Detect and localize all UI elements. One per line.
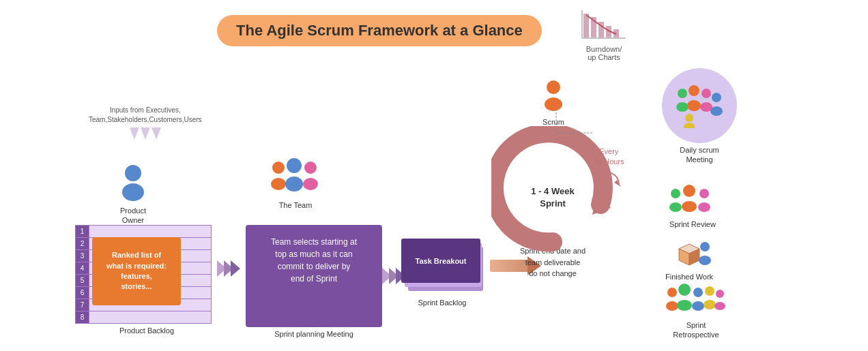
svg-point-29 — [685, 114, 693, 122]
finished-work-label: Finished Work — [665, 272, 713, 281]
sprint-review-icon — [665, 184, 720, 215]
daily-scrum-people-icon — [672, 84, 727, 128]
finished-work-icon — [665, 239, 713, 267]
svg-point-36 — [698, 202, 710, 212]
svg-point-15 — [547, 80, 560, 94]
sprint-backlog-area: Task Breakout Sprint Backlog — [401, 239, 483, 307]
stack-card-top: Task Breakout — [401, 239, 480, 283]
svg-point-10 — [271, 178, 286, 190]
sprint-planning-label: Sprint planning Meeting — [246, 330, 382, 338]
product-owner-icon — [116, 164, 150, 201]
svg-point-21 — [678, 89, 687, 98]
sprint-retro-area: SprintRetrospective — [665, 283, 727, 340]
svg-point-34 — [682, 201, 697, 212]
svg-point-44 — [678, 284, 691, 296]
chevron-3 — [231, 260, 240, 277]
svg-point-49 — [704, 300, 716, 309]
finished-work-area: Finished Work — [665, 239, 713, 281]
backlog-to-planning-arrows — [217, 260, 237, 277]
svg-point-14 — [303, 178, 318, 190]
svg-point-50 — [716, 290, 724, 298]
sprint-planning-box: Team selects starting attop as much as i… — [246, 225, 382, 327]
team-area: The Team — [268, 158, 323, 210]
sprint-retro-icon — [665, 283, 727, 316]
svg-point-47 — [692, 301, 704, 311]
arrow-down-1 — [130, 127, 139, 140]
svg-point-23 — [689, 85, 699, 96]
every-24-text: Every24 Hours — [594, 147, 624, 168]
task-breakout-label: Task Breakout — [416, 257, 467, 265]
svg-marker-20 — [614, 180, 621, 187]
svg-point-35 — [699, 189, 709, 198]
svg-point-7 — [125, 165, 141, 181]
inputs-arrows — [89, 127, 202, 140]
sprint-planning-text: Team selects starting attop as much as i… — [254, 236, 374, 285]
svg-point-9 — [272, 162, 285, 174]
svg-point-28 — [710, 106, 723, 116]
inputs-label: Inputs from Executives,Team,Stakeholders… — [89, 106, 202, 125]
svg-point-16 — [545, 97, 562, 111]
svg-text:Sprint: Sprint — [540, 198, 566, 209]
diagram-container: The Agile Scrum Framework at a Glance Bu… — [0, 0, 868, 351]
diagram-title: The Agile Scrum Framework at a Glance — [217, 15, 542, 46]
daily-scrum-area: Daily scrumMeeting — [662, 68, 737, 165]
backlog-label: Product Backlog — [75, 326, 218, 335]
inputs-area: Inputs from Executives,Team,Stakeholders… — [89, 106, 202, 142]
svg-point-43 — [666, 301, 678, 311]
sprint-review-label: Sprint Review — [665, 219, 720, 229]
backlog-overlay: Ranked list ofwhat is required:features,… — [92, 237, 181, 305]
sprint-backlog-label: Sprint Backlog — [401, 299, 483, 307]
arrow-down-3 — [151, 127, 161, 140]
team-label: The Team — [268, 200, 323, 210]
svg-point-8 — [122, 183, 144, 201]
svg-point-33 — [683, 185, 695, 197]
svg-point-32 — [669, 202, 682, 212]
svg-point-11 — [287, 158, 302, 173]
product-owner-label: ProductOwner — [116, 206, 150, 226]
svg-point-25 — [701, 89, 711, 98]
svg-point-30 — [684, 123, 695, 128]
svg-point-48 — [705, 286, 714, 296]
sprint-retro-label: SprintRetrospective — [665, 320, 727, 340]
sprint-review-area: Sprint Review — [665, 184, 720, 229]
daily-scrum-circle — [662, 68, 737, 143]
sprint-backlog-stack: Task Breakout — [401, 239, 483, 293]
product-backlog-area: 1 2 3 4 5 6 7 8 Ranked list ofwhat is re… — [75, 225, 218, 335]
svg-point-45 — [677, 300, 692, 311]
team-icon — [268, 158, 323, 196]
svg-point-40 — [700, 242, 710, 251]
burndown-area: Burndown/up Charts — [580, 7, 628, 61]
backlog-overlay-text: Ranked list ofwhat is required:features,… — [106, 250, 167, 292]
svg-point-22 — [676, 102, 689, 112]
burndown-label: Burndown/up Charts — [580, 45, 628, 61]
every-24-arrow — [595, 168, 622, 188]
svg-point-46 — [693, 288, 703, 297]
daily-scrum-label: Daily scrumMeeting — [662, 145, 737, 165]
sprint-planning-area: Team selects starting attop as much as i… — [246, 225, 382, 338]
svg-text:1 - 4 Week: 1 - 4 Week — [531, 186, 575, 196]
svg-point-41 — [699, 256, 711, 265]
svg-point-12 — [285, 177, 303, 192]
svg-point-13 — [304, 162, 317, 174]
scrum-master-icon — [539, 78, 568, 112]
svg-point-24 — [687, 100, 701, 111]
product-owner-area: ProductOwner — [116, 164, 150, 226]
every-24-area: Every24 Hours — [594, 147, 624, 191]
svg-point-51 — [714, 302, 725, 310]
svg-point-42 — [667, 288, 677, 297]
svg-point-31 — [671, 189, 680, 198]
arrow-down-2 — [141, 127, 150, 140]
svg-point-27 — [712, 93, 721, 102]
burndown-chart-icon — [580, 7, 628, 41]
